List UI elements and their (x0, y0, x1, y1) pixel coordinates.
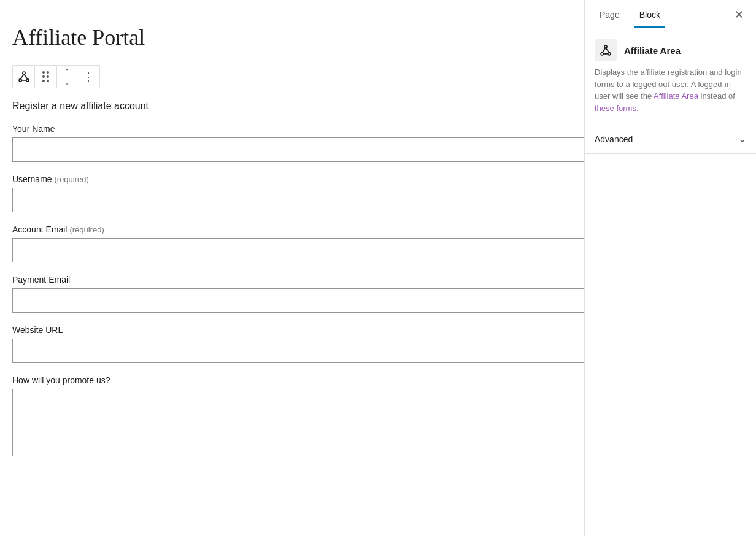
input-your-name[interactable] (12, 137, 584, 162)
block-icon-container (595, 39, 617, 61)
form-field-account-email: Account Email (required) (12, 224, 560, 262)
form-field-promote: How will you promote us? (12, 375, 560, 459)
sidebar-tabs: Page Block ✕ (585, 0, 756, 29)
page-title: Affiliate Portal (12, 25, 560, 50)
account-email-required-text: (required) (69, 225, 104, 234)
input-account-email[interactable] (12, 238, 584, 262)
label-promote: How will you promote us? (12, 375, 560, 385)
sidebar-affiliate-icon (600, 44, 612, 56)
these-forms-link[interactable]: these forms (595, 104, 636, 113)
affiliate-area-link[interactable]: Affiliate Area (654, 91, 698, 101)
input-payment-email[interactable] (12, 288, 584, 313)
form-field-payment-email: Payment Email (12, 275, 560, 313)
affiliate-icon (18, 71, 30, 83)
options-icon: ⋮ (83, 70, 94, 83)
options-button[interactable]: ⋮ (77, 66, 99, 88)
form-field-username: Username (required) (12, 174, 560, 212)
drag-icon (42, 71, 49, 82)
block-info-header: Affiliate Area (595, 39, 746, 61)
label-website-url: Website URL (12, 325, 560, 335)
main-content: Affiliate Portal (0, 0, 584, 536)
move-down-button[interactable]: ⌄ (57, 77, 77, 88)
block-toolbar: ⌃ ⌄ ⋮ (12, 65, 100, 88)
advanced-section: Advanced ⌄ (585, 124, 756, 154)
svg-line-10 (606, 48, 609, 53)
tab-page[interactable]: Page (595, 2, 625, 27)
username-required-text: (required) (54, 175, 88, 184)
advanced-title: Advanced (595, 134, 633, 144)
label-payment-email: Payment Email (12, 275, 560, 285)
label-your-name: Your Name (12, 124, 560, 134)
chevron-down-icon: ⌄ (64, 79, 69, 86)
advanced-header[interactable]: Advanced ⌄ (585, 124, 756, 154)
sidebar-block-description: Displays the affiliate registration and … (595, 66, 746, 114)
input-website-url[interactable] (12, 339, 584, 363)
move-buttons: ⌃ ⌄ (57, 66, 77, 88)
label-account-email: Account Email (required) (12, 224, 560, 234)
block-info-section: Affiliate Area Displays the affiliate re… (585, 29, 756, 124)
svg-line-4 (24, 74, 28, 79)
affiliate-form: Register a new affiliate account Your Na… (12, 101, 560, 459)
svg-line-9 (602, 48, 606, 53)
chevron-down-icon: ⌄ (738, 133, 746, 145)
input-username[interactable] (12, 188, 584, 212)
form-section-title: Register a new affiliate account (12, 101, 560, 112)
drag-button[interactable] (35, 66, 57, 88)
sidebar-block-name: Affiliate Area (624, 45, 681, 56)
textarea-promote[interactable] (12, 389, 584, 456)
form-field-your-name: Your Name (12, 124, 560, 162)
label-username: Username (required) (12, 174, 560, 184)
move-up-button[interactable]: ⌃ (57, 66, 77, 77)
close-icon: ✕ (735, 8, 744, 21)
tab-block[interactable]: Block (634, 2, 665, 27)
form-field-website-url: Website URL (12, 325, 560, 363)
affiliate-block-icon-button[interactable] (13, 66, 35, 88)
sidebar-panel: Page Block ✕ Affiliate Area Displays the… (584, 0, 756, 536)
chevron-up-icon: ⌃ (64, 68, 69, 75)
svg-line-3 (20, 74, 24, 79)
sidebar-close-button[interactable]: ✕ (732, 6, 746, 24)
